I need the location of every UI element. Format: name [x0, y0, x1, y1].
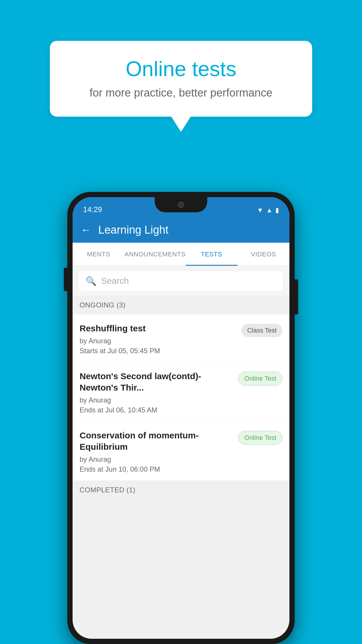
camera-dot	[178, 202, 184, 208]
phone-outer: 14:29 ▼ ▲ ▮ ← Learning Light MENTS ANNOU…	[67, 192, 295, 644]
search-placeholder: Search	[101, 276, 129, 286]
test-title-reshuffling: Reshuffling test	[80, 323, 237, 334]
bubble-title: Online tests	[70, 57, 292, 81]
completed-section-header: COMPLETED (1)	[73, 481, 289, 499]
tabs-container: MENTS ANNOUNCEMENTS TESTS VIDEOS	[73, 243, 289, 266]
back-button[interactable]: ←	[81, 224, 91, 236]
signal-icon: ▲	[266, 206, 273, 214]
tab-tests[interactable]: TESTS	[186, 243, 238, 266]
test-info-conservation: Conservation of momentum-Equilibrium by …	[80, 430, 233, 473]
test-author-conservation: by Anurag	[80, 455, 233, 463]
test-item-conservation[interactable]: Conservation of momentum-Equilibrium by …	[73, 421, 289, 481]
app-title: Learning Light	[98, 224, 168, 236]
test-date-reshuffling: Starts at Jul 05, 05:45 PM	[80, 347, 237, 355]
test-author-reshuffling: by Anurag	[80, 337, 237, 345]
test-list: Reshuffling test by Anurag Starts at Jul…	[73, 314, 289, 481]
test-title-conservation: Conservation of momentum-Equilibrium	[80, 430, 233, 452]
status-time: 14:29	[83, 205, 102, 214]
phone-wrapper: 14:29 ▼ ▲ ▮ ← Learning Light MENTS ANNOU…	[67, 192, 295, 644]
tab-announcements[interactable]: ANNOUNCEMENTS	[124, 243, 185, 266]
search-bar[interactable]: 🔍 Search	[78, 271, 284, 291]
test-badge-newtons: Online Test	[238, 372, 282, 386]
status-icons: ▼ ▲ ▮	[257, 206, 279, 214]
speech-bubble-container: Online tests for more practice, better p…	[50, 41, 312, 117]
tab-ments[interactable]: MENTS	[73, 243, 124, 266]
phone-screen: 14:29 ▼ ▲ ▮ ← Learning Light MENTS ANNOU…	[73, 197, 289, 639]
wifi-icon: ▼	[257, 206, 263, 214]
speech-bubble: Online tests for more practice, better p…	[50, 41, 312, 117]
bubble-subtitle: for more practice, better performance	[70, 87, 292, 99]
test-item-newtons[interactable]: Newton's Second law(contd)-Newton's Thir…	[73, 362, 289, 421]
test-badge-conservation: Online Test	[238, 431, 282, 445]
test-info-newtons: Newton's Second law(contd)-Newton's Thir…	[80, 370, 233, 414]
test-date-newtons: Ends at Jul 06, 10:45 AM	[80, 406, 233, 414]
app-header: ← Learning Light	[73, 217, 289, 243]
search-container: 🔍 Search	[73, 266, 289, 296]
test-title-newtons: Newton's Second law(contd)-Newton's Thir…	[80, 370, 233, 393]
test-author-newtons: by Anurag	[80, 396, 233, 404]
search-icon: 🔍	[86, 276, 96, 286]
test-badge-reshuffling: Class Test	[241, 324, 282, 337]
test-date-conservation: Ends at Jun 10, 06:00 PM	[80, 465, 233, 473]
battery-icon: ▮	[275, 206, 279, 214]
tab-videos[interactable]: VIDEOS	[238, 243, 289, 266]
phone-notch	[155, 197, 207, 212]
test-info-reshuffling: Reshuffling test by Anurag Starts at Jul…	[80, 323, 237, 355]
ongoing-section-header: ONGOING (3)	[73, 296, 289, 314]
test-item-reshuffling[interactable]: Reshuffling test by Anurag Starts at Jul…	[73, 314, 289, 362]
